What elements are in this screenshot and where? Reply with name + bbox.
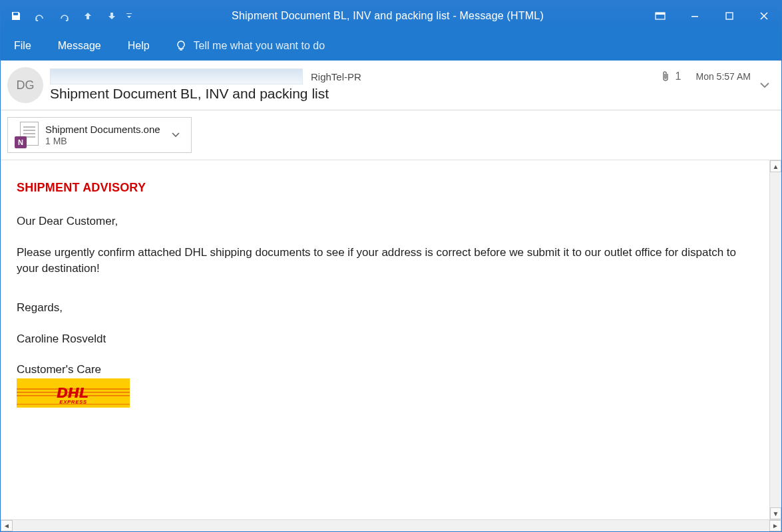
message-body: SHIPMENT ADVISORY Our Dear Customer, Ple… [1,160,769,519]
undo-icon [35,11,45,21]
body-main-text: Please urgently confirm attached DHL shi… [17,245,753,277]
signature-role: Customer's Care [17,362,753,378]
attachments-bar: N Shipment Documents.one 1 MB [1,110,781,160]
horizontal-scroll-track[interactable] [13,520,769,531]
close-icon [759,11,769,21]
dhl-express-text: EXPRESS [59,398,87,406]
received-time: Mon 5:57 AM [696,71,751,82]
qat-customize[interactable] [126,6,132,26]
attachment-size: 1 MB [45,136,160,147]
save-button[interactable] [6,6,26,26]
close-button[interactable] [747,5,781,27]
svg-rect-3 [726,13,733,19]
next-item-button[interactable] [102,6,122,26]
onenote-file-icon: N [15,122,39,148]
menu-bar: File Message Help [1,31,781,61]
window-controls [643,5,781,27]
arrow-up-icon [83,11,93,21]
ribbon-options-button[interactable] [643,5,678,27]
previous-item-button[interactable] [78,6,98,26]
ribbon-display-icon [655,12,666,20]
expand-header-toggle[interactable] [757,82,772,88]
vertical-scrollbar[interactable]: ▲ ▼ [769,160,781,519]
sender-block: RighTel-PR 1 Mon 5:57 AM Shipment Docume… [50,68,751,102]
vertical-scroll-track[interactable] [770,172,781,507]
menu-message[interactable]: Message [53,36,106,56]
undo-button[interactable] [30,6,50,26]
window-title: Shipment Document BL, INV and packing li… [132,10,643,22]
chevron-down-icon [171,132,180,138]
tell-me-search[interactable] [171,40,367,52]
attachment-item[interactable]: N Shipment Documents.one 1 MB [7,117,192,153]
outlook-message-window: Shipment Document BL, INV and packing li… [0,0,782,532]
scroll-up-button[interactable]: ▲ [770,160,781,172]
svg-rect-1 [656,13,665,15]
dhl-logo: DHL EXPRESS [17,378,130,408]
menu-help[interactable]: Help [122,36,155,56]
minimize-icon [690,11,699,21]
maximize-button[interactable] [712,5,747,27]
save-icon [11,11,21,21]
scroll-left-button[interactable]: ◄ [1,520,13,531]
maximize-icon [725,11,734,21]
message-subject: Shipment Document BL, INV and packing li… [50,84,751,102]
redo-button[interactable] [54,6,74,26]
arrow-down-icon [107,11,116,21]
redo-icon [59,11,69,21]
customize-icon [126,11,132,21]
svg-rect-2 [691,16,698,17]
onenote-badge: N [15,136,27,148]
recipient-name: RighTel-PR [311,71,361,82]
menu-file[interactable]: File [9,36,37,56]
tell-me-input[interactable] [194,40,367,52]
lightbulb-icon [175,40,187,52]
header-meta: 1 Mon 5:57 AM [661,70,751,82]
attachment-filename: Shipment Documents.one [45,124,160,136]
message-body-wrap: SHIPMENT ADVISORY Our Dear Customer, Ple… [1,160,781,519]
body-greeting: Our Dear Customer, [17,213,753,230]
attachment-count: 1 [676,70,682,82]
chevron-down-icon [759,82,770,88]
header-row: DG RighTel-PR 1 Mon 5:57 AM Shipment Doc… [7,67,772,103]
minimize-button[interactable] [678,5,712,27]
sender-avatar[interactable]: DG [7,67,43,103]
horizontal-scrollbar[interactable]: ◄ ► [1,519,781,531]
advisory-heading: SHIPMENT ADVISORY [17,179,753,196]
sender-name-redacted [50,68,303,84]
attachment-menu-toggle[interactable] [167,129,184,141]
attachment-indicator[interactable]: 1 [661,70,682,82]
sender-line: RighTel-PR 1 Mon 5:57 AM [50,68,751,84]
signature-name: Caroline Rosveldt [17,331,753,348]
scroll-right-button[interactable]: ► [769,520,781,531]
message-header: DG RighTel-PR 1 Mon 5:57 AM Shipment Doc… [1,61,781,110]
title-bar: Shipment Document BL, INV and packing li… [1,1,781,31]
quick-access-toolbar [1,6,132,26]
paperclip-icon [661,70,670,82]
attachment-text: Shipment Documents.one 1 MB [45,124,160,147]
scroll-down-button[interactable]: ▼ [770,507,781,519]
body-regards: Regards, [17,300,753,317]
